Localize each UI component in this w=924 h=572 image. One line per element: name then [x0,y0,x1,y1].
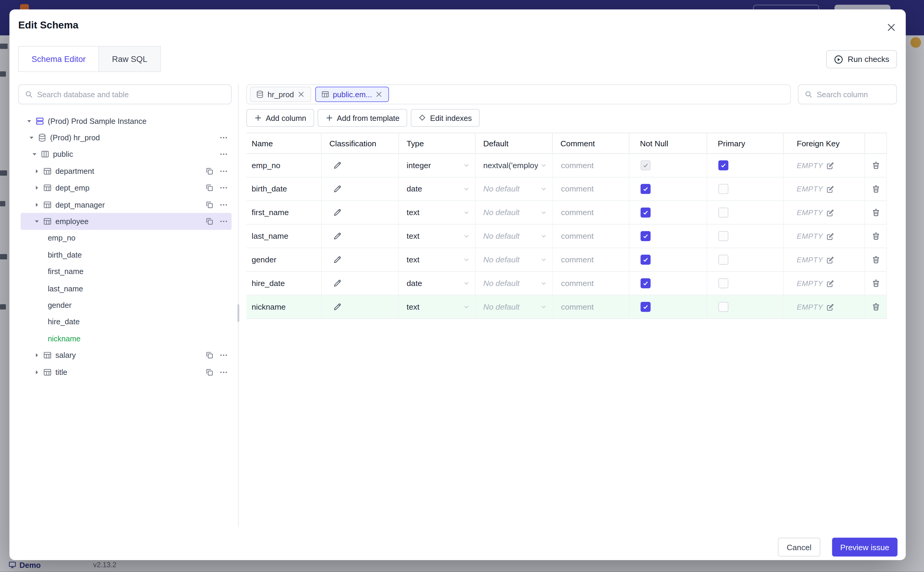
edit-foreign-key-icon[interactable] [826,279,834,288]
edit-classification-icon[interactable] [333,185,342,194]
comment-input[interactable] [553,161,629,170]
tree-item-schema-public[interactable]: public [21,146,232,163]
caret-right-icon[interactable] [33,167,41,175]
not-null-checkbox[interactable] [640,184,651,194]
delete-column-icon[interactable] [871,185,881,194]
more-menu-icon[interactable] [219,150,228,159]
edit-classification-icon[interactable] [333,302,342,311]
column-name-cell[interactable]: birth_date [247,177,322,201]
tree-item-instance[interactable]: (Prod) Prod Sample Instance [21,112,232,129]
primary-checkbox[interactable] [718,255,729,265]
close-icon[interactable] [884,20,898,34]
not-null-checkbox[interactable] [640,255,651,265]
caret-right-icon[interactable] [33,201,41,208]
copy-icon[interactable] [205,200,214,209]
more-menu-icon[interactable] [219,183,228,192]
column-name-cell[interactable]: last_name [247,225,322,248]
default-select[interactable]: No default [476,177,553,201]
delete-column-icon[interactable] [871,232,881,241]
edit-classification-icon[interactable] [333,232,342,241]
primary-checkbox[interactable] [718,160,729,171]
primary-checkbox[interactable] [718,302,729,312]
edit-foreign-key-icon[interactable] [826,255,834,264]
edit-classification-icon[interactable] [333,208,342,217]
edit-foreign-key-icon[interactable] [826,185,834,193]
default-select[interactable]: No default [476,201,553,224]
caret-right-icon[interactable] [33,184,41,192]
primary-checkbox[interactable] [718,184,729,194]
add-column-button[interactable]: Add column [247,109,314,127]
type-select[interactable]: text [399,201,476,224]
copy-icon[interactable] [205,217,214,226]
copy-icon[interactable] [205,183,214,192]
chip-table-public-employee[interactable]: public.em... [315,87,389,102]
caret-right-icon[interactable] [33,368,41,376]
tab-raw-sql[interactable]: Raw SQL [98,46,161,72]
not-null-checkbox[interactable] [640,208,651,218]
default-select[interactable]: nextval('employ [476,154,553,177]
more-menu-icon[interactable] [219,200,228,209]
type-select[interactable]: date [399,272,476,295]
caret-down-icon[interactable] [33,218,41,225]
close-chip-icon[interactable] [375,91,383,98]
type-select[interactable]: text [399,225,476,248]
more-menu-icon[interactable] [219,217,228,226]
delete-column-icon[interactable] [871,255,881,264]
not-null-checkbox[interactable] [640,278,651,288]
close-chip-icon[interactable] [298,91,305,98]
comment-input[interactable] [553,208,629,217]
copy-icon[interactable] [205,351,214,360]
type-select[interactable]: text [399,248,476,271]
tab-schema-editor[interactable]: Schema Editor [18,46,99,72]
chip-database-hr-prod[interactable]: hr_prod [250,87,311,102]
run-checks-button[interactable]: Run checks [826,50,897,68]
caret-right-icon[interactable] [33,351,41,359]
not-null-checkbox[interactable] [640,160,651,171]
tree-item-column-emp-no[interactable]: emp_no [21,230,232,247]
type-select[interactable]: integer [399,154,476,177]
more-menu-icon[interactable] [219,166,228,176]
not-null-checkbox[interactable] [640,302,651,312]
tree-item-table-department[interactable]: department [21,163,232,179]
cancel-button[interactable]: Cancel [778,538,820,556]
type-select[interactable]: date [399,177,476,201]
tree-item-column-last-name[interactable]: last_name [21,280,232,297]
copy-icon[interactable] [205,368,214,377]
default-select[interactable]: No default [476,295,553,318]
column-search-input[interactable] [817,90,890,99]
delete-column-icon[interactable] [871,208,881,217]
primary-checkbox[interactable] [718,231,729,241]
tree-item-table-salary[interactable]: salary [21,347,232,364]
more-menu-icon[interactable] [219,351,228,360]
edit-classification-icon[interactable] [333,255,342,264]
comment-input[interactable] [553,185,629,194]
not-null-checkbox[interactable] [640,231,651,241]
comment-input[interactable] [553,279,629,288]
comment-input[interactable] [553,232,629,241]
tree-search-input[interactable] [37,90,225,99]
preview-issue-button[interactable]: Preview issue [832,538,898,556]
edit-foreign-key-icon[interactable] [826,161,834,169]
panel-resize-handle[interactable] [237,304,239,322]
caret-down-icon[interactable] [25,117,33,125]
tree-item-table-dept-emp[interactable]: dept_emp [21,179,232,196]
default-select[interactable]: No default [476,272,553,295]
default-select[interactable]: No default [476,225,553,248]
default-select[interactable]: No default [476,248,553,271]
tree-item-table-title[interactable]: title [21,364,232,381]
comment-input[interactable] [553,302,629,311]
tree-item-column-birth-date[interactable]: birth_date [21,247,232,263]
more-menu-icon[interactable] [219,368,228,377]
primary-checkbox[interactable] [718,208,729,218]
column-name-cell[interactable]: nickname [247,295,322,318]
delete-column-icon[interactable] [871,161,881,170]
primary-checkbox[interactable] [718,278,729,288]
column-name-cell[interactable]: hire_date [247,272,322,295]
tree-item-column-nickname[interactable]: nickname [21,330,232,347]
edit-foreign-key-icon[interactable] [826,232,834,240]
tree-item-table-dept-manager[interactable]: dept_manager [21,196,232,213]
column-name-cell[interactable]: first_name [247,201,322,224]
edit-classification-icon[interactable] [333,161,342,170]
tree-item-column-first-name[interactable]: first_name [21,263,232,280]
caret-down-icon[interactable] [31,151,38,158]
